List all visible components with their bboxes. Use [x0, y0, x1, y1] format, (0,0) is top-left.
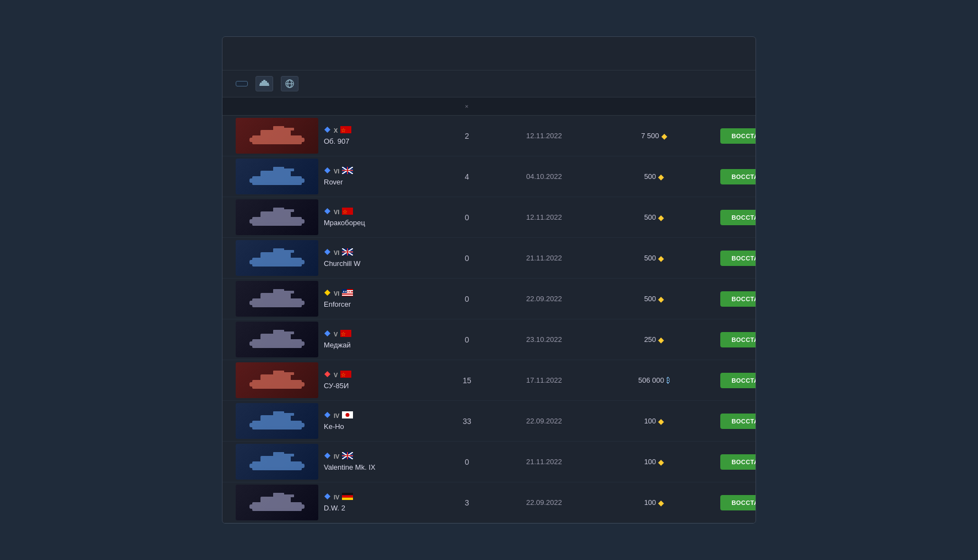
modal-header — [222, 37, 756, 71]
diamond-icon — [324, 126, 331, 135]
table-row: IV Ke-Ho 33 22.09.2022 100 ◆ ВОССТАНОВИТ… — [222, 401, 756, 442]
table-row: V ☆ СУ-85И 15 17.11.2022 506 000 ₿ ВОССТ… — [222, 360, 756, 401]
tank-tier-badge: V ☆ — [324, 371, 351, 379]
restore-button[interactable]: ВОССТАНОВИТЬ — [720, 291, 756, 307]
svg-marker-65 — [324, 290, 330, 296]
restore-cell: ВОССТАНОВИТЬ — [709, 332, 756, 347]
svg-rect-78 — [252, 345, 302, 347]
diamond-icon — [324, 452, 331, 461]
restore-cell: ВОССТАНОВИТЬ — [709, 128, 756, 144]
table-header: × — [222, 97, 756, 116]
svg-rect-125 — [342, 493, 353, 495]
tank-name: Rover — [324, 178, 353, 186]
restore-cell: ВОССТАНОВИТЬ — [709, 210, 756, 225]
tank-cell: V ☆ СУ-85И — [236, 362, 445, 398]
date-cell: 22.09.2022 — [489, 498, 599, 507]
tank-name: D.W. 2 — [324, 504, 353, 512]
cost-cell: 7 500 ◆ — [599, 132, 709, 140]
tank-info: IV Valentine Mk. IX — [318, 452, 376, 471]
svg-marker-25 — [324, 167, 330, 173]
svg-rect-116 — [342, 455, 353, 456]
svg-text:☆: ☆ — [343, 209, 347, 215]
svg-marker-40 — [324, 208, 330, 214]
restore-button[interactable]: ВОССТАНОВИТЬ — [720, 414, 756, 429]
restore-button[interactable]: ВОССТАНОВИТЬ — [720, 454, 756, 470]
tank-tier-badge: V ☆ — [324, 330, 351, 339]
tank-name: Об. 907 — [324, 137, 351, 145]
filter-globe-icon[interactable] — [281, 76, 298, 91]
svg-marker-109 — [324, 453, 330, 459]
svg-rect-75 — [279, 331, 294, 334]
close-button[interactable] — [232, 45, 248, 60]
tank-bg — [236, 199, 318, 235]
nation-flag — [342, 452, 353, 461]
credits-icon: ₿ — [666, 376, 670, 384]
tank-info: IV D.W. 2 — [318, 493, 353, 512]
tank-tier-badge: IV — [324, 493, 353, 502]
tank-info: VI Rover — [318, 167, 353, 186]
tank-name: Enforcer — [324, 300, 353, 308]
restore-cell: ВОССТАНОВИТЬ — [709, 291, 756, 307]
svg-marker-89 — [324, 371, 330, 377]
restore-button[interactable]: ВОССТАНОВИТЬ — [720, 128, 756, 144]
date-cell: 12.11.2022 — [489, 132, 599, 140]
diamond-icon — [324, 289, 331, 298]
svg-rect-14 — [252, 141, 302, 144]
restore-button[interactable]: ВОССТАНОВИТЬ — [720, 332, 756, 347]
count-cell: 0 — [445, 213, 489, 222]
diamond-icon — [324, 493, 331, 502]
svg-rect-127 — [342, 498, 353, 500]
table-row: V ☆ Меджай 0 23.10.2022 250 ◆ ВОССТАНОВИ… — [222, 319, 756, 360]
col-action — [709, 101, 756, 112]
cost-cell: 500 ◆ — [599, 295, 709, 303]
restore-button[interactable]: ВОССТАНОВИТЬ — [720, 210, 756, 225]
date-cell: 17.11.2022 — [489, 376, 599, 384]
tank-bg — [236, 240, 318, 276]
svg-rect-57 — [342, 252, 353, 252]
cost-cell: 250 ◆ — [599, 335, 709, 344]
tank-bg — [236, 118, 318, 154]
filter-tier[interactable] — [236, 81, 248, 86]
tier-label: X — [334, 127, 338, 134]
cost-cell: 100 ◆ — [599, 498, 709, 507]
svg-rect-64 — [252, 304, 302, 307]
tank-bg — [236, 159, 318, 194]
tank-thumbnail — [236, 403, 318, 439]
svg-point-101 — [346, 413, 350, 417]
nation-flag — [342, 248, 353, 257]
svg-text:☆: ☆ — [341, 127, 346, 133]
table-body: X ☆ Об. 907 2 12.11.2022 7 500 ◆ ВОССТАН… — [222, 116, 756, 523]
tier-label: VI — [334, 290, 339, 297]
tank-cell: VI ★★★★ Enforcer — [236, 281, 445, 317]
svg-marker-79 — [324, 330, 330, 336]
restore-button[interactable]: ВОССТАНОВИТЬ — [720, 495, 756, 510]
svg-marker-99 — [324, 412, 330, 418]
diamond-icon — [324, 411, 331, 420]
gold-icon: ◆ — [658, 335, 664, 344]
tank-cell: IV Ke-Ho — [236, 403, 445, 439]
count-cell: 0 — [445, 295, 489, 303]
restore-button[interactable]: ВОССТАНОВИТЬ — [720, 251, 756, 266]
restore-button[interactable]: ВОССТАНОВИТЬ — [720, 169, 756, 184]
tank-tier-badge: VI — [324, 248, 360, 257]
diamond-icon — [324, 167, 331, 176]
tier-label: V — [334, 331, 338, 338]
count-cell: 15 — [445, 376, 489, 385]
restore-button[interactable]: ВОССТАНОВИТЬ — [720, 373, 756, 388]
svg-rect-4 — [263, 80, 265, 82]
filter-tanks-icon[interactable] — [256, 76, 273, 91]
svg-marker-124 — [324, 493, 330, 499]
tank-bg — [236, 444, 318, 480]
svg-rect-85 — [279, 372, 294, 375]
table-row: VI ★★★★ Enforcer 0 22.09.2022 500 ◆ ВОСС… — [222, 279, 756, 319]
nation-flag — [342, 493, 353, 502]
restore-cell: ВОССТАНОВИТЬ — [709, 454, 756, 470]
svg-rect-120 — [279, 494, 294, 497]
svg-marker-50 — [324, 249, 330, 255]
cost-cell: 100 ◆ — [599, 458, 709, 466]
tank-cell: VI Rover — [236, 159, 445, 194]
modal-dialog: × X ☆ Об. 907 — [222, 36, 756, 524]
gold-icon: ◆ — [658, 254, 664, 263]
count-cell: 0 — [445, 254, 489, 263]
svg-text:☆: ☆ — [341, 331, 346, 337]
